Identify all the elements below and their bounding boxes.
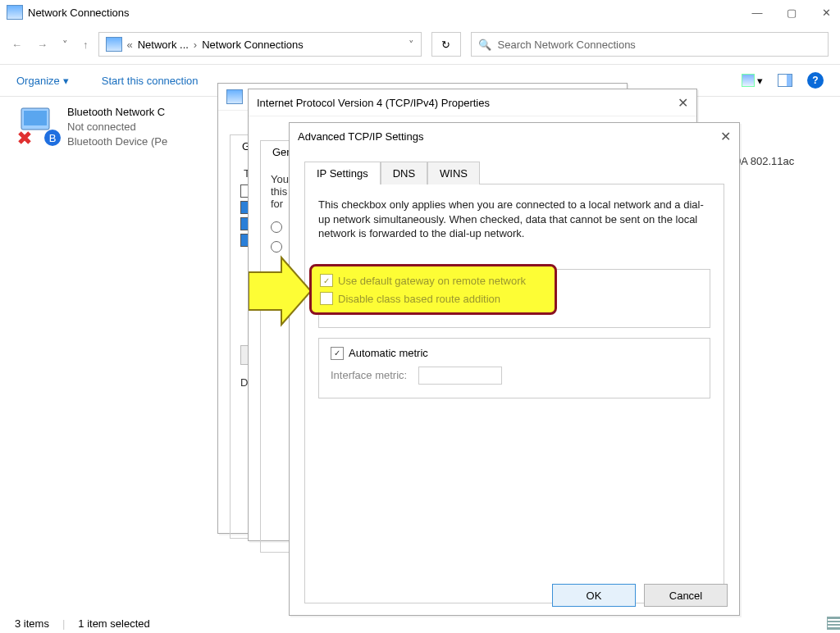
cancel-label: Cancel (669, 590, 702, 602)
background-adapter-text: 0A 802.11ac (735, 155, 794, 167)
up-icon[interactable]: ↑ (83, 39, 89, 51)
app-icon (7, 5, 23, 20)
connection-status: Not connected (67, 120, 167, 134)
status-bar: 3 items | 1 item selected (0, 613, 840, 633)
ok-label: OK (587, 590, 602, 602)
dialog-button-row: OK Cancel (552, 584, 728, 607)
interface-metric-input[interactable] (418, 367, 502, 385)
svg-rect-1 (24, 111, 47, 125)
breadcrumb-seg-1[interactable]: Network ... (138, 39, 189, 51)
advanced-tabs: IP Settings DNS WINS (304, 161, 724, 184)
cancel-button[interactable]: Cancel (644, 584, 728, 607)
location-icon (106, 37, 122, 52)
automatic-metric-label: Automatic metric (349, 347, 428, 359)
maximize-button[interactable]: ▢ (784, 7, 799, 19)
breadcrumb-seg-2[interactable]: Network Connections (202, 39, 304, 51)
chevron-left-icon: « (127, 39, 133, 51)
tab-wins[interactable]: WINS (427, 162, 480, 184)
minimize-button[interactable]: — (750, 7, 765, 19)
start-connection-label: Start this connection (102, 75, 199, 87)
breadcrumb[interactable]: « Network ... › Network Connections ˅ (98, 32, 422, 57)
default-gateway-label: Use default gateway on remote network (338, 275, 526, 287)
close-icon[interactable]: ✕ (678, 95, 688, 111)
connection-item-bluetooth[interactable]: B Bluetooth Network C Not connected Blue… (16, 105, 230, 149)
preview-pane-icon[interactable] (778, 74, 792, 87)
advanced-tcpip-dialog: Advanced TCP/IP Settings ✕ IP Settings D… (289, 122, 740, 616)
ip-settings-description: This checkbox only applies when you are … (318, 198, 710, 241)
checkbox-icon: ✓ (320, 274, 333, 287)
tab-ip-settings[interactable]: IP Settings (304, 162, 381, 184)
window-title: Network Connections (28, 7, 130, 19)
interface-metric-label: Interface metric: (331, 369, 407, 381)
window-titlebar: Network Connections — ▢ ✕ (0, 0, 840, 25)
separator: | (62, 617, 65, 630)
start-connection-button[interactable]: Start this connection (102, 75, 199, 87)
back-icon[interactable]: ← (11, 39, 22, 51)
tab-dns[interactable]: DNS (381, 162, 427, 184)
status-selected-count: 1 item selected (78, 617, 149, 630)
highlight-arrow-icon (249, 253, 313, 330)
refresh-button[interactable]: ↻ (431, 32, 461, 57)
svg-marker-4 (249, 257, 311, 325)
search-placeholder: Search Network Connections (498, 39, 636, 51)
ok-button[interactable]: OK (552, 584, 636, 607)
organize-label: Organize (16, 75, 60, 87)
navigation-bar: ← → ˅ ↑ « Network ... › Network Connecti… (0, 25, 840, 64)
class-route-checkbox[interactable]: Disable class based route addition (320, 292, 546, 305)
connection-device: Bluetooth Device (Pe (67, 134, 167, 149)
dialog-icon (226, 89, 243, 104)
automatic-metric-checkbox[interactable]: ✓ Automatic metric (331, 347, 698, 360)
advanced-dialog-title: Advanced TCP/IP Settings (298, 130, 423, 143)
view-mode-icon[interactable]: ▾ (742, 74, 763, 87)
chevron-right-icon: › (194, 39, 197, 51)
default-gateway-checkbox[interactable]: ✓ Use default gateway on remote network (320, 274, 546, 287)
view-details-icon[interactable] (827, 617, 840, 630)
metric-groupbox: ✓ Automatic metric Interface metric: (318, 338, 710, 398)
chevron-down-icon: ▾ (63, 75, 69, 87)
history-dropdown-icon[interactable]: ˅ (62, 39, 68, 51)
svg-text:B: B (49, 132, 57, 144)
highlight-box: ✓ Use default gateway on remote network … (309, 264, 557, 315)
ip-settings-panel: This checkbox only applies when you are … (304, 184, 724, 603)
checkbox-icon: ✓ (331, 347, 344, 360)
ipv4-dialog-title: Internet Protocol Version 4 (TCP/IPv4) P… (257, 97, 490, 109)
search-icon: 🔍 (478, 39, 491, 51)
help-icon[interactable]: ? (807, 72, 824, 89)
checkbox-icon (320, 292, 333, 305)
search-input[interactable]: 🔍 Search Network Connections (471, 32, 829, 57)
close-icon[interactable]: ✕ (720, 129, 731, 144)
organize-menu[interactable]: Organize ▾ (16, 75, 69, 87)
close-button[interactable]: ✕ (819, 7, 833, 19)
chevron-down-icon[interactable]: ˅ (409, 39, 414, 51)
status-item-count: 3 items (15, 617, 49, 630)
connection-name: Bluetooth Network C (67, 105, 167, 120)
forward-icon[interactable]: → (37, 39, 48, 51)
class-route-label: Disable class based route addition (338, 293, 500, 305)
connection-icon: B (16, 105, 61, 149)
